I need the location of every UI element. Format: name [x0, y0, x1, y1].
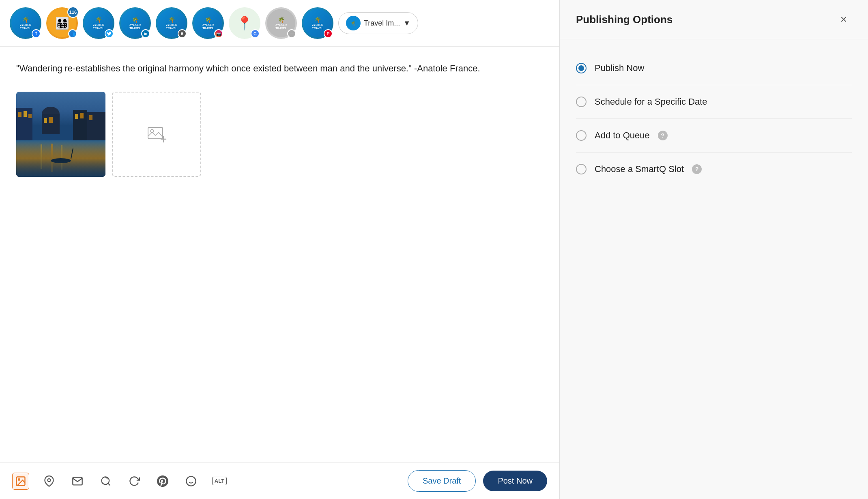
- add-to-queue-option[interactable]: Add to Queue ?: [576, 119, 852, 153]
- smartq-help-icon[interactable]: ?: [692, 164, 702, 174]
- svg-rect-16: [51, 144, 53, 172]
- account-team[interactable]: 👨‍👩‍👧‍👦 116 👥: [46, 7, 78, 39]
- bottom-toolbar: ALT Save Draft Post Now: [0, 462, 559, 499]
- add-image-placeholder[interactable]: [112, 92, 201, 177]
- close-button[interactable]: ×: [836, 11, 852, 28]
- publish-now-option[interactable]: Publish Now: [576, 52, 852, 85]
- svg-rect-17: [61, 145, 62, 170]
- publishing-options-content: Publish Now Schedule for a Specific Date…: [560, 39, 868, 499]
- image-gallery: [16, 92, 543, 177]
- account-linkedin[interactable]: 🌴 ZYLKERTRAVEL in: [119, 7, 151, 39]
- pinterest-badge: P: [324, 29, 333, 38]
- svg-rect-15: [41, 144, 42, 169]
- queue-help-icon[interactable]: ?: [658, 131, 668, 140]
- svg-point-27: [102, 477, 110, 484]
- smartq-radio[interactable]: [576, 164, 587, 174]
- gbusiness-badge: B: [178, 29, 187, 38]
- refresh-toolbar-icon[interactable]: [126, 473, 143, 490]
- account-pinterest[interactable]: 🌴 ZYLKERTRAVEL P: [302, 7, 333, 39]
- svg-rect-4: [24, 111, 27, 117]
- svg-rect-1: [16, 140, 105, 177]
- alt-text-icon[interactable]: ALT: [211, 473, 228, 490]
- queue-label: Add to Queue: [595, 130, 650, 141]
- svg-rect-11: [75, 114, 78, 119]
- svg-rect-3: [18, 112, 21, 117]
- instagram-badge: 📷: [214, 29, 223, 38]
- svg-line-28: [108, 483, 110, 485]
- dropdown-chevron-icon: ▼: [403, 19, 410, 28]
- search-toolbar-icon[interactable]: [97, 473, 114, 490]
- linkedin-badge: in: [141, 29, 150, 38]
- add-image-icon: [146, 124, 167, 144]
- location-toolbar-icon[interactable]: [41, 473, 58, 490]
- schedule-option[interactable]: Schedule for a Specific Date: [576, 85, 852, 119]
- post-text: "Wandering re-establishes the original h…: [16, 61, 543, 75]
- email-toolbar-icon[interactable]: [69, 473, 86, 490]
- post-now-button[interactable]: Post Now: [483, 471, 547, 491]
- publish-now-radio[interactable]: [576, 63, 587, 73]
- svg-point-18: [51, 158, 71, 163]
- account-twitter[interactable]: 🌴 ZYLKERTRAVEL: [83, 7, 114, 39]
- alt-badge-label: ALT: [212, 477, 227, 485]
- svg-rect-12: [80, 113, 84, 118]
- schedule-radio[interactable]: [576, 97, 587, 107]
- left-panel: 🌴 ZYLKERTRAVEL f 👨‍👩‍👧‍👦 116 👥: [0, 0, 560, 499]
- publish-now-radio-inner: [578, 65, 584, 71]
- content-area: "Wandering re-establishes the original h…: [0, 47, 559, 462]
- svg-point-29: [186, 476, 196, 486]
- svg-rect-5: [28, 114, 32, 118]
- image-thumb-venice[interactable]: [16, 92, 105, 177]
- accounts-bar: 🌴 ZYLKERTRAVEL f 👨‍👩‍👧‍👦 116 👥: [0, 0, 559, 47]
- venice-image-display: [16, 92, 105, 177]
- svg-rect-8: [44, 118, 47, 123]
- publishing-options-title: Publishing Options: [576, 13, 672, 26]
- publishing-options-header: Publishing Options ×: [560, 0, 868, 39]
- right-panel: Publishing Options × Publish Now Schedul…: [560, 0, 868, 499]
- svg-point-26: [48, 479, 51, 482]
- maps-badge: G: [251, 29, 260, 38]
- smartq-option[interactable]: Choose a SmartQ Slot ?: [576, 153, 852, 186]
- dropdown-label: Travel Im...: [364, 19, 400, 28]
- emoji-toolbar-icon[interactable]: [183, 473, 200, 490]
- fb-badge: f: [32, 29, 41, 38]
- svg-line-19: [71, 148, 73, 159]
- account-fb[interactable]: 🌴 ZYLKERTRAVEL f: [10, 7, 41, 39]
- pinterest-toolbar-icon[interactable]: [154, 473, 171, 490]
- smartq-label: Choose a SmartQ Slot: [595, 164, 684, 174]
- team-badge: 👥: [68, 29, 77, 38]
- disabled-badge: —: [287, 29, 296, 38]
- twitter-badge: [105, 29, 114, 38]
- svg-point-25: [18, 479, 20, 480]
- account-gbusiness[interactable]: 🌴 ZYLKERTRAVEL B: [156, 7, 187, 39]
- account-disabled[interactable]: 🌴 ZYLKERTRAVEL —: [265, 7, 297, 39]
- schedule-label: Schedule for a Specific Date: [595, 97, 707, 107]
- account-dropdown[interactable]: 🌴 Travel Im... ▼: [338, 12, 418, 34]
- close-icon: ×: [840, 13, 847, 26]
- save-draft-button[interactable]: Save Draft: [408, 470, 476, 492]
- account-maps[interactable]: 📍 G: [229, 7, 260, 39]
- svg-rect-20: [148, 127, 163, 139]
- publish-now-label: Publish Now: [595, 63, 644, 73]
- account-instagram[interactable]: 🌴 ZYLKERTRAVEL 📷: [192, 7, 224, 39]
- image-toolbar-icon[interactable]: [12, 473, 29, 490]
- svg-rect-14: [89, 115, 92, 120]
- notification-count: 116: [67, 6, 79, 18]
- queue-radio[interactable]: [576, 130, 587, 141]
- svg-rect-9: [49, 117, 53, 123]
- toolbar-icons: ALT: [12, 473, 228, 490]
